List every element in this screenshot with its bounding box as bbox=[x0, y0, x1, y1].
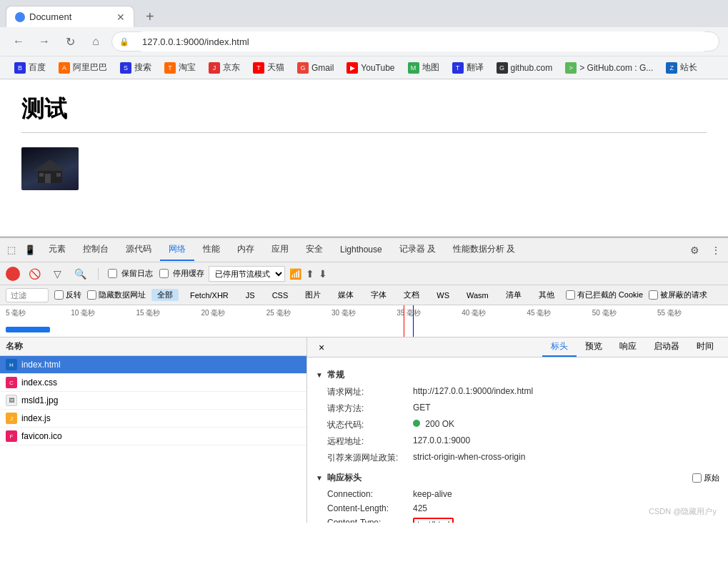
upload-icon[interactable]: ⬆ bbox=[306, 268, 314, 280]
filter-all[interactable]: 全部 bbox=[151, 289, 179, 301]
bookmark-alibaba[interactable]: A 阿里巴巴 bbox=[53, 60, 113, 75]
tab-memory[interactable]: 内存 bbox=[229, 239, 263, 261]
bookmark-jingdong[interactable]: J 京东 bbox=[203, 60, 246, 75]
waterfall-bar-blue bbox=[6, 327, 50, 332]
page-title: 测试 bbox=[21, 94, 707, 133]
filter-js[interactable]: JS bbox=[240, 290, 261, 300]
filter-manifest[interactable]: 清单 bbox=[500, 289, 527, 301]
blocked-requests-checkbox[interactable]: 被屏蔽的请求 bbox=[649, 290, 707, 300]
request-method-row: 请求方法: GET bbox=[316, 400, 719, 417]
hide-data-urls-checkbox[interactable]: 隐藏数据网址 bbox=[87, 290, 146, 300]
status-dot-green bbox=[413, 420, 420, 427]
filter-doc[interactable]: 文档 bbox=[398, 289, 425, 301]
new-tab-button[interactable]: + bbox=[140, 9, 160, 25]
address-bar[interactable] bbox=[134, 31, 712, 51]
file-list-header: 名称 bbox=[0, 337, 306, 356]
forward-button[interactable]: → bbox=[34, 31, 54, 51]
svg-rect-2 bbox=[45, 174, 51, 183]
remote-address-row: 远程地址: 127.0.0.1:9000 bbox=[316, 433, 719, 450]
bookmark-taobao[interactable]: T 淘宝 bbox=[159, 60, 201, 75]
bookmark-baidu[interactable]: B 百度 bbox=[9, 60, 51, 75]
tab-security[interactable]: 安全 bbox=[297, 239, 331, 261]
tab-network[interactable]: 网络 bbox=[160, 239, 194, 261]
preserve-log-checkbox[interactable]: 保留日志 bbox=[106, 268, 153, 279]
bookmark-translate[interactable]: T 翻译 bbox=[447, 60, 489, 75]
filter-ws[interactable]: WS bbox=[431, 290, 455, 300]
bookmark-gmail[interactable]: G Gmail bbox=[291, 61, 339, 75]
file-row-favicon-ico[interactable]: F favicon.ico bbox=[0, 428, 306, 445]
filter-media[interactable]: 媒体 bbox=[332, 289, 359, 301]
image-file-icon: 🖼 bbox=[6, 395, 17, 406]
tab-performance[interactable]: 性能 bbox=[194, 239, 229, 261]
file-row-index-css[interactable]: C index.css bbox=[0, 374, 306, 392]
filter-input[interactable] bbox=[6, 288, 49, 302]
file-list: 名称 H index.html C index.css 🖼 msld1.jpg … bbox=[0, 337, 307, 523]
blocked-cookies-checkbox[interactable]: 有已拦截的 Cookie bbox=[566, 290, 643, 300]
throttle-select[interactable]: 已停用节流模式 bbox=[209, 266, 285, 282]
inspector-icon[interactable]: ⬚ bbox=[3, 242, 20, 258]
detail-tab-headers[interactable]: 标头 bbox=[542, 337, 577, 357]
detail-close-button[interactable]: × bbox=[313, 340, 330, 355]
bookmark-webmaster[interactable]: Z 站长 bbox=[660, 60, 703, 75]
js-file-icon: J bbox=[6, 413, 17, 424]
original-checkbox-response[interactable]: 原始 bbox=[692, 473, 719, 483]
bookmark-youtube[interactable]: ▶ YouTube bbox=[341, 61, 400, 75]
filter-wasm[interactable]: Wasm bbox=[461, 290, 494, 300]
filter-css[interactable]: CSS bbox=[266, 290, 294, 300]
detail-tab-timing[interactable]: 时间 bbox=[688, 337, 722, 357]
detail-tab-initiator[interactable]: 启动器 bbox=[645, 337, 688, 357]
devtools-tab-bar: ⬚ 📱 元素 控制台 源代码 网络 性能 内存 应用 安全 Lighthouse… bbox=[0, 238, 728, 262]
tab-close-button[interactable]: ✕ bbox=[116, 11, 125, 23]
reload-button[interactable]: ↻ bbox=[60, 31, 80, 51]
tab-elements[interactable]: 元素 bbox=[40, 239, 74, 261]
filter-button[interactable]: ▽ bbox=[49, 267, 66, 281]
invert-checkbox[interactable]: 反转 bbox=[54, 290, 81, 300]
tab-console[interactable]: 控制台 bbox=[74, 239, 117, 261]
filter-font[interactable]: 字体 bbox=[365, 289, 392, 301]
tab-perf-insights[interactable]: 性能数据分析 及 bbox=[444, 239, 524, 261]
response-headers-section-header[interactable]: 响应标头 bbox=[316, 472, 361, 484]
clear-button[interactable]: 🚫 bbox=[24, 267, 45, 281]
file-row-index-js[interactable]: J index.js bbox=[0, 410, 306, 428]
filter-img[interactable]: 图片 bbox=[299, 289, 326, 301]
general-section-header[interactable]: 常规 bbox=[316, 369, 719, 381]
download-icon[interactable]: ⬇ bbox=[319, 268, 327, 280]
settings-icon[interactable]: ⚙ bbox=[686, 242, 704, 259]
request-url-row: 请求网址: http://127.0.0.1:9000/index.html bbox=[316, 384, 719, 400]
bookmarks-bar: B 百度 A 阿里巴巴 S 搜索 T 淘宝 J 京东 T 天猫 G Gmail … bbox=[0, 56, 728, 79]
detail-tab-preview[interactable]: 预览 bbox=[577, 337, 611, 357]
timeline-bar: 5 毫秒 10 毫秒 15 毫秒 20 毫秒 25 毫秒 30 毫秒 35 毫秒… bbox=[0, 305, 728, 337]
youtube-label: YouTube bbox=[361, 63, 394, 73]
back-button[interactable]: ← bbox=[9, 31, 29, 51]
disable-cache-checkbox[interactable]: 停用缓存 bbox=[157, 268, 204, 279]
devtools: ⬚ 📱 元素 控制台 源代码 网络 性能 内存 应用 安全 Lighthouse… bbox=[0, 237, 728, 523]
bookmark-github-org[interactable]: > > GitHub.com : G... bbox=[559, 61, 659, 75]
filter-other[interactable]: 其他 bbox=[533, 289, 560, 301]
wifi-icon[interactable]: 📶 bbox=[289, 268, 301, 280]
tab-lighthouse[interactable]: Lighthouse bbox=[331, 240, 391, 260]
tab-sources[interactable]: 源代码 bbox=[117, 239, 160, 261]
html-file-icon: H bbox=[6, 359, 17, 370]
css-file-icon: C bbox=[6, 377, 17, 388]
tab-recorder[interactable]: 记录器 及 bbox=[391, 239, 444, 261]
bookmark-github[interactable]: G github.com bbox=[491, 61, 559, 75]
search-button[interactable]: 🔍 bbox=[70, 267, 91, 281]
tab-application[interactable]: 应用 bbox=[263, 239, 297, 261]
filter-fetch-xhr[interactable]: Fetch/XHR bbox=[184, 290, 234, 300]
more-icon[interactable]: ⋮ bbox=[707, 242, 725, 259]
record-stop-button[interactable] bbox=[6, 267, 20, 281]
filter-bar: 反转 隐藏数据网址 全部 Fetch/XHR JS CSS 图片 媒体 字体 文… bbox=[0, 285, 728, 305]
bookmark-tianmao[interactable]: T 天猫 bbox=[247, 60, 290, 75]
file-row-msld1-jpg[interactable]: 🖼 msld1.jpg bbox=[0, 392, 306, 410]
active-tab[interactable]: Document ✕ bbox=[6, 6, 134, 27]
connection-row: Connection: keep-alive bbox=[316, 487, 719, 501]
detail-tab-response[interactable]: 响应 bbox=[611, 337, 645, 357]
referrer-policy-row: 引荐来源网址政策: strict-origin-when-cross-origi… bbox=[316, 450, 719, 466]
home-button[interactable]: ⌂ bbox=[86, 31, 106, 51]
page-image bbox=[21, 147, 79, 190]
svg-marker-0 bbox=[34, 159, 66, 171]
bookmark-maps[interactable]: M 地图 bbox=[402, 60, 445, 75]
device-icon[interactable]: 📱 bbox=[20, 242, 40, 258]
bookmark-search[interactable]: S 搜索 bbox=[114, 60, 157, 75]
file-row-index-html[interactable]: H index.html bbox=[0, 356, 306, 374]
